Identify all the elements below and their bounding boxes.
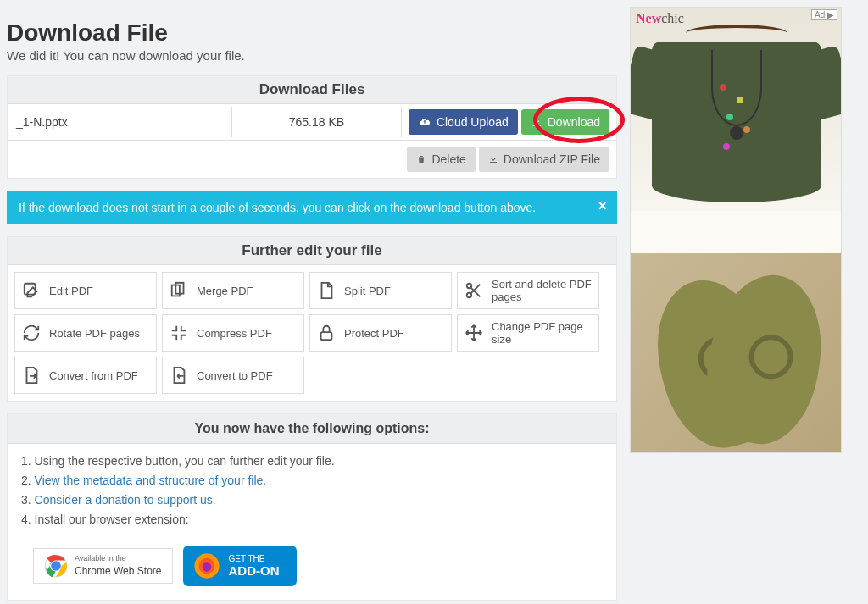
tool-rotate-pdf[interactable]: Rotate PDF pages (14, 314, 157, 352)
tools-header: Further edit your file (8, 237, 616, 265)
tool-edit-pdf[interactable]: Edit PDF (14, 272, 157, 309)
tool-protect-pdf[interactable]: Protect PDF (309, 314, 452, 352)
file-row: _1-N.pptx 765.18 KB Cloud Upload Downloa… (8, 104, 616, 141)
chrome-icon (44, 554, 68, 578)
download-zip-button[interactable]: Download ZIP File (479, 147, 609, 172)
delete-button[interactable]: Delete (407, 147, 475, 172)
file-size: 765.18 KB (232, 107, 402, 137)
tool-convert-to-pdf[interactable]: Convert to PDF (162, 357, 304, 394)
firefox-addon-badge[interactable]: GET THEADD-ON (183, 546, 297, 586)
tool-resize-pdf[interactable]: Change PDF page size (457, 314, 599, 352)
download-button[interactable]: Download (521, 109, 609, 135)
advertisement[interactable]: Ad ▶ Newchic (630, 7, 842, 453)
download-panel-header: Download Files (8, 76, 616, 104)
download-panel: Download Files _1-N.pptx 765.18 KB Cloud… (7, 75, 617, 179)
option-item: View the metadata and structure of your … (21, 474, 603, 487)
svg-point-4 (467, 293, 472, 298)
tool-compress-pdf[interactable]: Compress PDF (162, 314, 304, 352)
ad-label: Ad ▶ (811, 9, 837, 20)
option-item: Install our browser extension: (21, 513, 603, 526)
tool-split-pdf[interactable]: Split PDF (309, 272, 452, 309)
file-name: _1-N.pptx (8, 107, 232, 137)
page-title: Download File (7, 19, 617, 47)
options-panel: You now have the following options: Usin… (7, 413, 617, 601)
svg-point-7 (51, 561, 61, 571)
donation-link[interactable]: Consider a donation to support us. (35, 493, 216, 507)
file-import-icon (170, 366, 188, 385)
merge-icon (170, 281, 188, 300)
file-export-icon (22, 366, 41, 385)
metadata-link[interactable]: View the metadata and structure of your … (35, 474, 267, 487)
download-icon (488, 153, 498, 165)
download-icon (531, 116, 542, 128)
compress-icon (170, 324, 188, 342)
close-icon[interactable]: × (598, 197, 607, 215)
options-title: You now have the following options: (8, 414, 616, 444)
svg-rect-5 (321, 332, 332, 340)
chrome-web-store-badge[interactable]: Available in theChrome Web Store (33, 548, 173, 584)
trash-icon (416, 153, 426, 165)
page-subtitle: We did it! You can now download your fil… (7, 48, 617, 63)
option-item: Consider a donation to support us. (21, 493, 603, 507)
ad-image-shirt: Newchic (631, 8, 841, 253)
info-bar: If the download does not start in a coup… (7, 191, 617, 224)
option-item: Using the respective button, you can fur… (21, 454, 603, 468)
cloud-upload-button[interactable]: Cloud Upload (409, 109, 518, 135)
tool-merge-pdf[interactable]: Merge PDF (162, 272, 304, 309)
ad-image-sandals (631, 253, 841, 452)
move-icon (465, 324, 483, 342)
tool-convert-from-pdf[interactable]: Convert from PDF (14, 357, 157, 394)
edit-icon (22, 281, 41, 300)
lock-icon (317, 324, 336, 342)
tools-panel: Further edit your file Edit PDF Merge PD… (7, 236, 617, 402)
rotate-icon (22, 324, 41, 342)
svg-point-3 (467, 284, 472, 289)
firefox-icon (193, 552, 220, 579)
svg-point-10 (202, 562, 211, 572)
cloud-upload-icon (418, 116, 431, 128)
tool-sort-pdf[interactable]: Sort and delete PDF pages (457, 272, 599, 309)
scissors-icon (465, 281, 483, 300)
file-icon (317, 281, 336, 300)
